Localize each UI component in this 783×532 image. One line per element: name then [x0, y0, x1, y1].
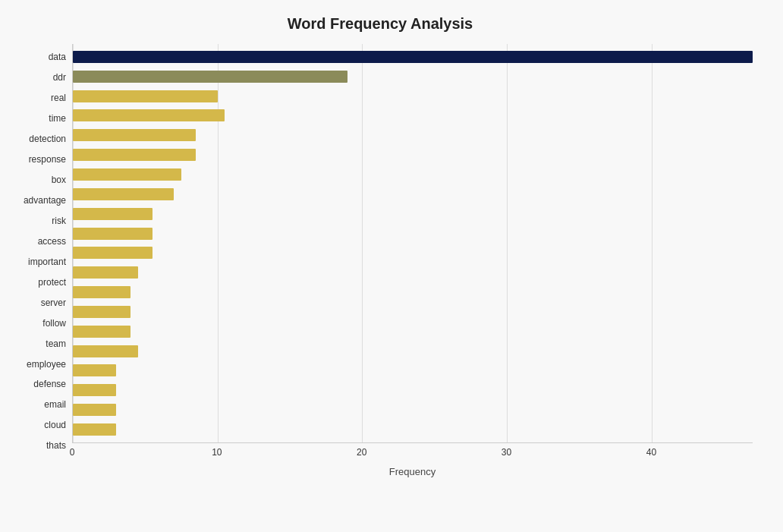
- bar-real: [73, 90, 218, 102]
- bar-row-team: [73, 323, 753, 340]
- bar-team: [73, 326, 130, 338]
- bar-row-access: [73, 225, 753, 242]
- bar-row-time: [73, 107, 753, 124]
- y-axis-labels: dataddrrealtimedetectionresponseboxadvan…: [8, 44, 72, 477]
- bar-employee: [73, 345, 138, 357]
- y-label-ddr: ddr: [53, 68, 66, 87]
- bars-wrapper: [73, 44, 753, 442]
- bar-cloud: [73, 404, 116, 416]
- x-ticks-wrapper: 010203040: [72, 447, 753, 462]
- y-label-important: important: [28, 252, 66, 272]
- y-label-team: team: [46, 334, 66, 354]
- y-label-time: time: [49, 109, 66, 128]
- x-tick-0: 0: [70, 447, 75, 458]
- y-label-thats: thats: [46, 436, 66, 455]
- y-label-employee: employee: [27, 354, 66, 374]
- y-label-follow: follow: [42, 313, 66, 333]
- bar-access: [73, 228, 153, 240]
- x-axis-ticks: 010203040: [72, 443, 753, 462]
- y-label-real: real: [51, 88, 66, 108]
- y-label-server: server: [41, 293, 66, 313]
- bar-row-box: [73, 166, 753, 183]
- y-label-detection: detection: [29, 129, 66, 149]
- bar-thats: [73, 423, 116, 436]
- bar-ddr: [73, 71, 347, 83]
- bar-row-data: [73, 49, 753, 65]
- bars-section: [72, 44, 753, 443]
- bar-defense: [73, 364, 116, 376]
- x-tick-10: 10: [212, 447, 222, 458]
- y-label-access: access: [38, 231, 66, 251]
- bar-row-detection: [73, 127, 753, 143]
- chart-title: Word Frequency Analysis: [8, 15, 753, 33]
- bar-row-follow: [73, 304, 753, 320]
- y-label-data: data: [49, 47, 66, 67]
- y-label-risk: risk: [52, 211, 66, 231]
- bar-response: [73, 149, 196, 161]
- bar-server: [73, 286, 130, 298]
- bars-and-x-section: 010203040 Frequency: [72, 44, 753, 477]
- bar-risk: [73, 208, 153, 220]
- x-tick-30: 30: [502, 447, 511, 458]
- y-label-protect: protect: [38, 272, 66, 292]
- bar-important: [73, 247, 153, 259]
- bar-row-protect: [73, 264, 753, 281]
- bar-protect: [73, 266, 138, 279]
- bar-row-real: [73, 88, 753, 105]
- bar-row-risk: [73, 206, 753, 222]
- y-label-response: response: [29, 150, 66, 169]
- x-axis-label: Frequency: [72, 466, 753, 477]
- y-label-email: email: [44, 395, 66, 414]
- bar-row-server: [73, 284, 753, 301]
- bar-advantage: [73, 188, 174, 200]
- bar-row-thats: [73, 421, 753, 438]
- bar-email: [73, 384, 116, 396]
- bar-detection: [73, 129, 196, 141]
- chart-area: dataddrrealtimedetectionresponseboxadvan…: [8, 44, 753, 477]
- y-label-defense: defense: [33, 374, 66, 394]
- bar-row-important: [73, 244, 753, 261]
- bar-row-defense: [73, 362, 753, 379]
- bar-time: [73, 109, 225, 121]
- y-label-advantage: advantage: [24, 190, 66, 210]
- x-tick-40: 40: [646, 447, 656, 458]
- x-tick-20: 20: [357, 447, 366, 458]
- bar-follow: [73, 306, 130, 318]
- bar-row-email: [73, 382, 753, 398]
- bar-row-advantage: [73, 186, 753, 203]
- chart-container: Word Frequency Analysis dataddrrealtimed…: [0, 0, 783, 532]
- bar-box: [73, 168, 181, 181]
- bar-row-ddr: [73, 68, 753, 85]
- bar-row-response: [73, 146, 753, 163]
- bar-row-cloud: [73, 401, 753, 418]
- bar-data: [73, 51, 753, 63]
- bar-row-employee: [73, 343, 753, 360]
- y-label-cloud: cloud: [44, 415, 66, 435]
- y-label-box: box: [52, 170, 66, 190]
